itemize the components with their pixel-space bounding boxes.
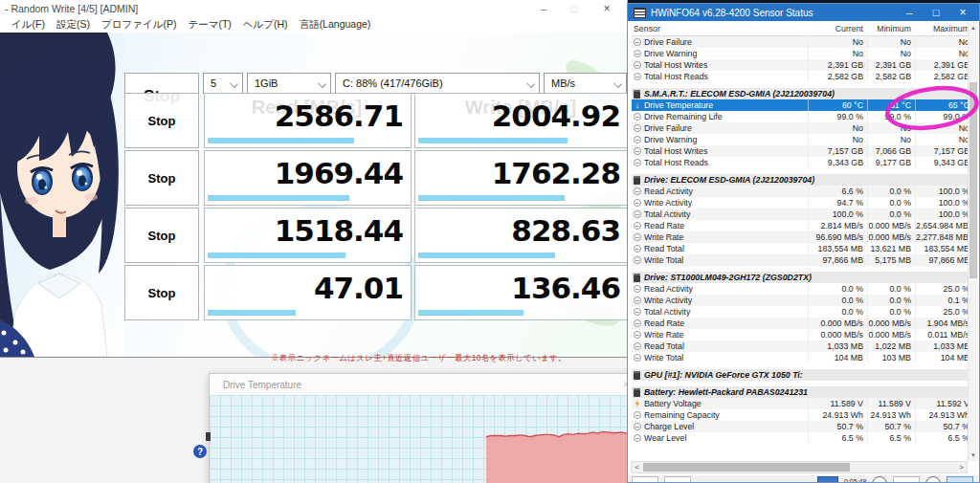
sensor-label: Total Host Reads — [644, 158, 708, 167]
sensor-row[interactable]: Total Activity0.0 %0.0 %25.0 % — [632, 306, 973, 318]
sensor-section-header[interactable]: Battery: Hewlett-Packard PABAS0241231 — [632, 386, 973, 398]
settings-gear-icon[interactable] — [925, 476, 941, 483]
sensor-row[interactable]: Total Host Reads9,343 GB9,177 GB9,343 GB — [632, 157, 973, 168]
sensor-minimum-value: 11.589 V — [867, 398, 915, 409]
maximize-button[interactable]: □ — [563, 2, 586, 15]
sensor-minimum-value: 2,582 GB — [867, 71, 915, 82]
scroll-left-icon[interactable]: < — [632, 462, 642, 472]
menu-item[interactable]: テーマ(T) — [188, 18, 231, 32]
logging-icon[interactable] — [817, 476, 838, 483]
stop-row-button[interactable]: Stop — [124, 265, 199, 320]
sensor-maximum-value: 24.913 Wh — [915, 409, 973, 421]
sensor-table-header[interactable]: Sensor Current Minimum Maximum — [632, 22, 973, 36]
sensor-row[interactable]: Drive WarningNoNoNo — [632, 48, 973, 59]
scroll-down-icon[interactable]: ▼ — [969, 450, 978, 461]
sensor-row[interactable]: Drive WarningNoNoNo — [632, 134, 973, 145]
sensor-maximum-value: No — [915, 36, 973, 48]
sensor-row[interactable]: ↓Drive Temperature60 °C31 °C65 °C — [632, 99, 973, 111]
close-button[interactable]: × — [950, 4, 975, 21]
sensor-row[interactable]: Read Activity6.6 %0.0 %100.0 % — [632, 186, 973, 197]
sensor-row[interactable]: Read Rate2.814 MB/s0.000 MB/s2,654.984 M… — [632, 220, 973, 231]
sensor-row[interactable]: Write Total104 MB103 MB104 MB — [632, 352, 973, 363]
sensor-row[interactable]: Wear Level6.5 %6.5 %6.5 % — [632, 432, 973, 444]
stop-row-button[interactable]: Stop — [124, 208, 199, 263]
close-button[interactable]: × — [595, 2, 618, 15]
vertical-scrollbar[interactable]: ▲ ▼ — [968, 22, 978, 461]
sensor-row[interactable]: Read Total183,554 MB13,621 MB183,554 MB — [632, 243, 973, 254]
sensor-section-header[interactable]: Drive: ST1000LM049-2GH172 (ZGS0D2TX) — [632, 272, 973, 283]
sensor-maximum-value: 100.0 % — [915, 197, 973, 209]
sensor-row[interactable]: Total Host Writes2,391 GB2,391 GB2,391 G… — [632, 59, 973, 71]
horizontal-scrollbar-thumb[interactable] — [643, 463, 850, 472]
sensor-row[interactable]: Write Activity94.7 %0.0 %100.0 % — [632, 197, 973, 209]
scroll-up-icon[interactable]: ▲ — [969, 22, 978, 33]
sensor-row[interactable]: Drive Remaining Life99.0 %99.0 %99.0 % — [632, 111, 973, 122]
sensor-row[interactable]: Total Activity100.0 %0.0 %100.0 % — [632, 209, 973, 220]
circle-minus-icon — [634, 38, 641, 46]
menu-item[interactable]: 言語(Language) — [300, 18, 371, 32]
sensor-label: Total Activity — [644, 209, 690, 219]
sensor-label: Wear Level — [644, 433, 686, 443]
sensor-minimum-value: 6.5 % — [867, 432, 915, 444]
column-sensor[interactable]: Sensor — [632, 24, 808, 33]
test-count-select[interactable]: 5 — [203, 73, 243, 94]
sensor-section-header[interactable]: S.M.A.R.T.: ELECOM ESD-GMIA (2J212003970… — [632, 88, 973, 99]
menu-item[interactable]: イル(F) — [11, 18, 45, 32]
column-minimum[interactable]: Minimum — [867, 24, 915, 33]
minimize-button[interactable]: – — [532, 2, 555, 15]
graph-titlebar[interactable]: Drive Temperature × — [210, 374, 636, 396]
sensor-label: Read Total — [644, 244, 684, 253]
sensor-label: Read Activity — [644, 187, 693, 196]
vertical-scrollbar-thumb[interactable] — [969, 82, 977, 278]
target-drive-select[interactable]: C: 88% (417/476GiB) — [335, 73, 540, 94]
sensor-graph-icon[interactable] — [632, 476, 658, 483]
circle-minus-icon — [634, 434, 641, 442]
sensor-section-header[interactable]: GPU [#1]: NVIDIA GeForce GTX 1050 Ti: — [632, 369, 973, 381]
help-icon[interactable]: ? — [193, 445, 207, 458]
sensor-row[interactable]: Remaining Capacity24.913 Wh24.913 Wh24.9… — [632, 409, 973, 421]
sensors-panel-icon[interactable] — [947, 476, 973, 483]
sensor-row[interactable]: Charge Level50.7 %50.7 %50.7 % — [632, 421, 973, 432]
sensor-row[interactable]: Write Rate0.000 MB/s0.000 MB/s0.011 MB/s — [632, 329, 973, 340]
drive-icon — [634, 388, 640, 397]
clock-icon[interactable] — [872, 476, 887, 483]
sensor-current-value: 9,343 GB — [808, 157, 867, 168]
report-icon[interactable] — [893, 476, 920, 483]
drive-temperature-graph-window: Drive Temperature × — [209, 373, 637, 483]
stop-row-button[interactable]: Stop — [124, 150, 199, 206]
sensor-row[interactable]: Drive FailureNoNoNo — [632, 36, 973, 48]
maximize-button[interactable]: □ — [924, 4, 948, 21]
sensor-minimum-value: No — [867, 122, 915, 134]
sensor-maximum-value: 1,033 MB — [915, 340, 973, 352]
sensor-section-header[interactable]: Drive: ELECOM ESD-GMIA (2J2120039704) — [632, 174, 973, 186]
scroll-right-icon[interactable]: > — [956, 462, 967, 472]
minimize-button[interactable]: – — [897, 4, 922, 21]
stop-row-button[interactable]: Stop — [124, 93, 199, 148]
column-maximum[interactable]: Maximum — [915, 24, 973, 33]
sensor-label: Read Total — [644, 341, 684, 351]
target-drive-value: C: 88% (417/476GiB) — [343, 77, 443, 89]
sensor-graph-icon[interactable] — [664, 476, 691, 483]
unit-select[interactable]: MB/s — [544, 73, 627, 94]
column-current[interactable]: Current — [808, 24, 867, 33]
test-size-select[interactable]: 1GiB — [247, 73, 331, 94]
horizontal-scrollbar[interactable]: < > — [631, 461, 968, 473]
sensor-row[interactable]: Total Host Reads2,582 GB2,582 GB2,582 GB — [632, 71, 973, 82]
cdm-menubar: イル(F)設定(S)プロファイル(P)テーマ(T)ヘルプ(H)言語(Langua… — [0, 17, 627, 33]
sensor-name-cell: Total Host Reads — [632, 72, 808, 81]
sensor-row[interactable]: Read Total1,033 MB1,022 MB1,033 MB — [632, 340, 973, 352]
menu-item[interactable]: ヘルプ(H) — [243, 18, 288, 32]
sensor-row[interactable]: Write Rate96.690 MB/s0.000 MB/s2,277.848… — [632, 231, 973, 243]
menu-item[interactable]: プロファイル(P) — [101, 18, 176, 32]
sensor-row[interactable]: Drive FailureNoNoNo — [632, 122, 973, 134]
section-label: Drive: ST1000LM049-2GH172 (ZGS0D2TX) — [644, 273, 812, 282]
sensor-row[interactable]: Read Rate0.000 MB/s0.000 MB/s1.904 MB/s — [632, 318, 973, 329]
sensor-row[interactable]: Read Activity0.0 %0.0 %25.0 % — [632, 283, 973, 295]
sensor-row[interactable]: Battery Voltage11.589 V11.589 V11.592 V — [632, 398, 973, 409]
sensor-row[interactable]: Total Host Writes7,157 GB7,066 GB7,157 G… — [632, 145, 973, 157]
menu-item[interactable]: 設定(S) — [56, 18, 90, 32]
sensor-row[interactable]: Write Activity0.0 %0.0 %0.1 % — [632, 295, 973, 306]
section-label: Battery: Hewlett-Packard PABAS0241231 — [644, 387, 808, 397]
sensor-row[interactable]: Write Total97,866 MB5,175 MB97,866 MB — [632, 254, 973, 266]
sensor-minimum-value: 0.0 % — [867, 306, 915, 318]
